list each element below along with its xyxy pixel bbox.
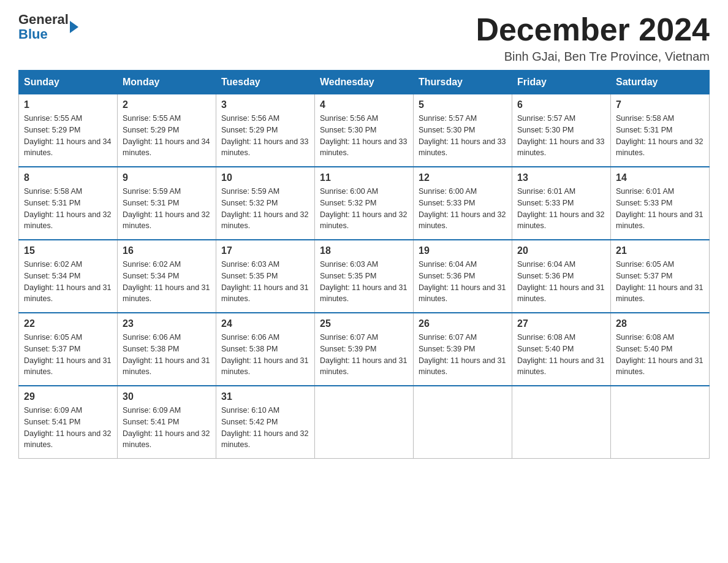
table-row: 20Sunrise: 6:04 AMSunset: 5:36 PMDayligh… bbox=[512, 240, 611, 313]
day-info: Sunrise: 6:04 AMSunset: 5:36 PMDaylight:… bbox=[517, 259, 605, 305]
day-number: 15 bbox=[24, 245, 112, 256]
day-number: 13 bbox=[517, 172, 605, 183]
table-row: 10Sunrise: 5:59 AMSunset: 5:32 PMDayligh… bbox=[216, 167, 315, 240]
col-tuesday: Tuesday bbox=[216, 71, 315, 94]
col-friday: Friday bbox=[512, 71, 611, 94]
table-row: 2Sunrise: 5:55 AMSunset: 5:29 PMDaylight… bbox=[118, 94, 216, 167]
table-row: 11Sunrise: 6:00 AMSunset: 5:32 PMDayligh… bbox=[315, 167, 414, 240]
day-info: Sunrise: 6:05 AMSunset: 5:37 PMDaylight:… bbox=[24, 332, 112, 378]
table-row: 14Sunrise: 6:01 AMSunset: 5:33 PMDayligh… bbox=[611, 167, 710, 240]
col-sunday: Sunday bbox=[19, 71, 118, 94]
day-info: Sunrise: 6:08 AMSunset: 5:40 PMDaylight:… bbox=[616, 332, 704, 378]
day-info: Sunrise: 6:09 AMSunset: 5:41 PMDaylight:… bbox=[24, 405, 112, 451]
day-number: 5 bbox=[419, 99, 507, 110]
calendar-header-row: Sunday Monday Tuesday Wednesday Thursday… bbox=[19, 71, 710, 94]
day-number: 10 bbox=[221, 172, 309, 183]
table-row: 5Sunrise: 5:57 AMSunset: 5:30 PMDaylight… bbox=[414, 94, 512, 167]
day-number: 8 bbox=[24, 172, 112, 183]
day-number: 17 bbox=[221, 245, 309, 256]
day-info: Sunrise: 6:07 AMSunset: 5:39 PMDaylight:… bbox=[419, 332, 507, 378]
table-row: 24Sunrise: 6:06 AMSunset: 5:38 PMDayligh… bbox=[216, 313, 315, 386]
calendar-week-row: 8Sunrise: 5:58 AMSunset: 5:31 PMDaylight… bbox=[19, 167, 710, 240]
day-number: 25 bbox=[320, 318, 408, 329]
table-row: 4Sunrise: 5:56 AMSunset: 5:30 PMDaylight… bbox=[315, 94, 414, 167]
table-row: 25Sunrise: 6:07 AMSunset: 5:39 PMDayligh… bbox=[315, 313, 414, 386]
day-number: 7 bbox=[616, 99, 704, 110]
day-info: Sunrise: 5:55 AMSunset: 5:29 PMDaylight:… bbox=[24, 113, 112, 159]
day-number: 24 bbox=[221, 318, 309, 329]
table-row: 27Sunrise: 6:08 AMSunset: 5:40 PMDayligh… bbox=[512, 313, 611, 386]
table-row: 3Sunrise: 5:56 AMSunset: 5:29 PMDaylight… bbox=[216, 94, 315, 167]
table-row bbox=[315, 386, 414, 459]
day-number: 12 bbox=[419, 172, 507, 183]
table-row: 12Sunrise: 6:00 AMSunset: 5:33 PMDayligh… bbox=[414, 167, 512, 240]
col-monday: Monday bbox=[118, 71, 216, 94]
day-number: 21 bbox=[616, 245, 704, 256]
table-row: 21Sunrise: 6:05 AMSunset: 5:37 PMDayligh… bbox=[611, 240, 710, 313]
table-row bbox=[512, 386, 611, 459]
table-row: 1Sunrise: 5:55 AMSunset: 5:29 PMDaylight… bbox=[19, 94, 118, 167]
table-row: 15Sunrise: 6:02 AMSunset: 5:34 PMDayligh… bbox=[19, 240, 118, 313]
day-info: Sunrise: 6:09 AMSunset: 5:41 PMDaylight:… bbox=[123, 405, 211, 451]
day-number: 18 bbox=[320, 245, 408, 256]
day-number: 6 bbox=[517, 99, 605, 110]
day-info: Sunrise: 6:06 AMSunset: 5:38 PMDaylight:… bbox=[221, 332, 309, 378]
day-number: 1 bbox=[24, 99, 112, 110]
table-row: 26Sunrise: 6:07 AMSunset: 5:39 PMDayligh… bbox=[414, 313, 512, 386]
day-info: Sunrise: 6:01 AMSunset: 5:33 PMDaylight:… bbox=[616, 186, 704, 232]
day-number: 19 bbox=[419, 245, 507, 256]
title-section: December 2024 Binh GJai, Ben Tre Provinc… bbox=[476, 12, 710, 64]
day-info: Sunrise: 6:02 AMSunset: 5:34 PMDaylight:… bbox=[123, 259, 211, 305]
col-wednesday: Wednesday bbox=[315, 71, 414, 94]
calendar-week-row: 15Sunrise: 6:02 AMSunset: 5:34 PMDayligh… bbox=[19, 240, 710, 313]
day-number: 4 bbox=[320, 99, 408, 110]
col-saturday: Saturday bbox=[611, 71, 710, 94]
table-row: 23Sunrise: 6:06 AMSunset: 5:38 PMDayligh… bbox=[118, 313, 216, 386]
day-info: Sunrise: 6:06 AMSunset: 5:38 PMDaylight:… bbox=[123, 332, 211, 378]
day-info: Sunrise: 6:07 AMSunset: 5:39 PMDaylight:… bbox=[320, 332, 408, 378]
day-number: 31 bbox=[221, 391, 309, 402]
calendar-table: Sunday Monday Tuesday Wednesday Thursday… bbox=[18, 70, 710, 459]
table-row: 31Sunrise: 6:10 AMSunset: 5:42 PMDayligh… bbox=[216, 386, 315, 459]
table-row: 19Sunrise: 6:04 AMSunset: 5:36 PMDayligh… bbox=[414, 240, 512, 313]
table-row: 17Sunrise: 6:03 AMSunset: 5:35 PMDayligh… bbox=[216, 240, 315, 313]
day-number: 28 bbox=[616, 318, 704, 329]
day-info: Sunrise: 5:56 AMSunset: 5:30 PMDaylight:… bbox=[320, 113, 408, 159]
logo-text: GeneralBlue bbox=[18, 12, 69, 42]
day-info: Sunrise: 5:58 AMSunset: 5:31 PMDaylight:… bbox=[616, 113, 704, 159]
day-number: 11 bbox=[320, 172, 408, 183]
day-number: 27 bbox=[517, 318, 605, 329]
day-info: Sunrise: 5:59 AMSunset: 5:32 PMDaylight:… bbox=[221, 186, 309, 232]
logo-general: General bbox=[18, 12, 69, 27]
page-header: GeneralBlue December 2024 Binh GJai, Ben… bbox=[18, 12, 710, 64]
day-info: Sunrise: 6:00 AMSunset: 5:32 PMDaylight:… bbox=[320, 186, 408, 232]
day-number: 14 bbox=[616, 172, 704, 183]
logo: GeneralBlue bbox=[18, 12, 78, 42]
table-row: 9Sunrise: 5:59 AMSunset: 5:31 PMDaylight… bbox=[118, 167, 216, 240]
day-number: 20 bbox=[517, 245, 605, 256]
day-info: Sunrise: 5:57 AMSunset: 5:30 PMDaylight:… bbox=[419, 113, 507, 159]
table-row: 30Sunrise: 6:09 AMSunset: 5:41 PMDayligh… bbox=[118, 386, 216, 459]
day-number: 26 bbox=[419, 318, 507, 329]
day-info: Sunrise: 6:08 AMSunset: 5:40 PMDaylight:… bbox=[517, 332, 605, 378]
table-row: 6Sunrise: 5:57 AMSunset: 5:30 PMDaylight… bbox=[512, 94, 611, 167]
day-info: Sunrise: 5:55 AMSunset: 5:29 PMDaylight:… bbox=[123, 113, 211, 159]
table-row: 29Sunrise: 6:09 AMSunset: 5:41 PMDayligh… bbox=[19, 386, 118, 459]
day-number: 16 bbox=[123, 245, 211, 256]
day-number: 9 bbox=[123, 172, 211, 183]
day-info: Sunrise: 5:58 AMSunset: 5:31 PMDaylight:… bbox=[24, 186, 112, 232]
day-info: Sunrise: 5:59 AMSunset: 5:31 PMDaylight:… bbox=[123, 186, 211, 232]
day-number: 22 bbox=[24, 318, 112, 329]
day-number: 23 bbox=[123, 318, 211, 329]
day-number: 30 bbox=[123, 391, 211, 402]
day-info: Sunrise: 6:02 AMSunset: 5:34 PMDaylight:… bbox=[24, 259, 112, 305]
day-info: Sunrise: 6:03 AMSunset: 5:35 PMDaylight:… bbox=[221, 259, 309, 305]
day-info: Sunrise: 5:57 AMSunset: 5:30 PMDaylight:… bbox=[517, 113, 605, 159]
day-number: 29 bbox=[24, 391, 112, 402]
table-row: 13Sunrise: 6:01 AMSunset: 5:33 PMDayligh… bbox=[512, 167, 611, 240]
day-info: Sunrise: 6:10 AMSunset: 5:42 PMDaylight:… bbox=[221, 405, 309, 451]
location-subtitle: Binh GJai, Ben Tre Province, Vietnam bbox=[476, 50, 710, 64]
calendar-week-row: 22Sunrise: 6:05 AMSunset: 5:37 PMDayligh… bbox=[19, 313, 710, 386]
table-row: 8Sunrise: 5:58 AMSunset: 5:31 PMDaylight… bbox=[19, 167, 118, 240]
table-row bbox=[414, 386, 512, 459]
